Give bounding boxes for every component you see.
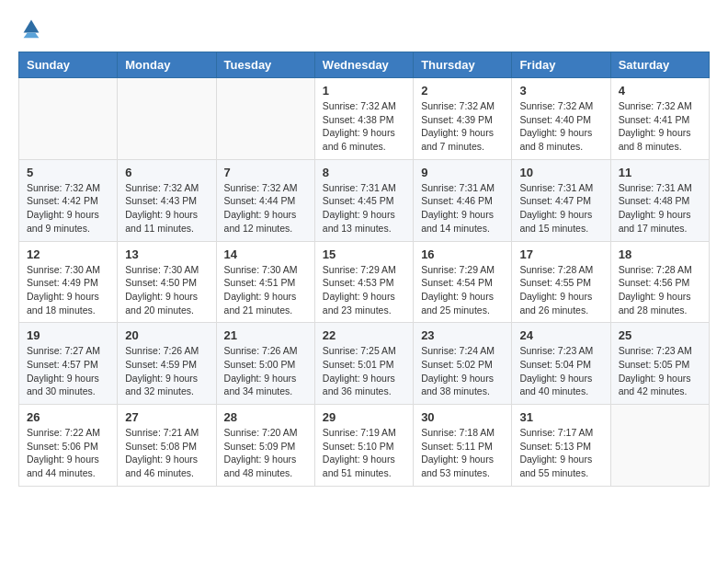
day-number-22: 22	[323, 328, 405, 342]
cell-content-24: Sunrise: 7:23 AM Sunset: 5:04 PM Dayligh…	[519, 344, 602, 398]
cell-content-20: Sunrise: 7:26 AM Sunset: 4:59 PM Dayligh…	[125, 344, 208, 398]
day-cell-23: 23Sunrise: 7:24 AM Sunset: 5:02 PM Dayli…	[414, 323, 512, 405]
weekday-header-row: SundayMondayTuesdayWednesdayThursdayFrid…	[19, 52, 710, 78]
svg-marker-1	[24, 33, 40, 39]
day-cell-30: 30Sunrise: 7:18 AM Sunset: 5:11 PM Dayli…	[414, 405, 512, 487]
day-cell-21: 21Sunrise: 7:26 AM Sunset: 5:00 PM Dayli…	[216, 323, 314, 405]
cell-content-21: Sunrise: 7:26 AM Sunset: 5:00 PM Dayligh…	[224, 344, 307, 398]
week-row-3: 12Sunrise: 7:30 AM Sunset: 4:49 PM Dayli…	[19, 241, 710, 323]
cell-content-6: Sunrise: 7:32 AM Sunset: 4:43 PM Dayligh…	[125, 181, 208, 236]
day-cell-15: 15Sunrise: 7:29 AM Sunset: 4:53 PM Dayli…	[314, 241, 413, 323]
day-cell-20: 20Sunrise: 7:26 AM Sunset: 4:59 PM Dayli…	[118, 323, 216, 405]
cell-content-19: Sunrise: 7:27 AM Sunset: 4:57 PM Dayligh…	[27, 344, 109, 398]
day-number-10: 10	[519, 166, 602, 179]
logo-icon	[18, 15, 44, 40]
cell-content-25: Sunrise: 7:23 AM Sunset: 5:05 PM Dayligh…	[619, 344, 701, 398]
day-cell-4: 4Sunrise: 7:32 AM Sunset: 4:41 PM Daylig…	[610, 78, 709, 160]
day-number-29: 29	[323, 410, 405, 424]
weekday-header-friday: Friday	[512, 52, 610, 78]
day-cell-22: 22Sunrise: 7:25 AM Sunset: 5:01 PM Dayli…	[314, 323, 413, 405]
weekday-header-monday: Monday	[118, 52, 216, 78]
page-header	[18, 15, 710, 40]
day-cell-7: 7Sunrise: 7:32 AM Sunset: 4:44 PM Daylig…	[216, 159, 314, 241]
day-number-20: 20	[125, 328, 208, 342]
weekday-header-thursday: Thursday	[414, 52, 512, 78]
day-number-21: 21	[224, 328, 307, 342]
day-number-5: 5	[27, 166, 109, 179]
day-cell-9: 9Sunrise: 7:31 AM Sunset: 4:46 PM Daylig…	[414, 159, 512, 241]
week-row-2: 5Sunrise: 7:32 AM Sunset: 4:42 PM Daylig…	[19, 159, 710, 241]
day-number-25: 25	[619, 328, 701, 342]
weekday-header-sunday: Sunday	[19, 52, 118, 78]
day-cell-5: 5Sunrise: 7:32 AM Sunset: 4:42 PM Daylig…	[19, 159, 118, 241]
day-cell-14: 14Sunrise: 7:30 AM Sunset: 4:51 PM Dayli…	[216, 241, 314, 323]
week-row-4: 19Sunrise: 7:27 AM Sunset: 4:57 PM Dayli…	[19, 323, 710, 405]
cell-content-13: Sunrise: 7:30 AM Sunset: 4:50 PM Dayligh…	[125, 263, 208, 317]
cell-content-5: Sunrise: 7:32 AM Sunset: 4:42 PM Dayligh…	[27, 181, 109, 236]
weekday-header-wednesday: Wednesday	[314, 52, 413, 78]
day-number-1: 1	[323, 84, 405, 98]
empty-cell	[118, 78, 216, 160]
day-number-9: 9	[421, 166, 504, 179]
cell-content-22: Sunrise: 7:25 AM Sunset: 5:01 PM Dayligh…	[323, 344, 405, 398]
week-row-5: 26Sunrise: 7:22 AM Sunset: 5:06 PM Dayli…	[19, 405, 710, 487]
day-number-12: 12	[27, 247, 109, 261]
day-cell-28: 28Sunrise: 7:20 AM Sunset: 5:09 PM Dayli…	[216, 405, 314, 487]
day-number-23: 23	[421, 328, 504, 342]
empty-cell	[216, 78, 314, 160]
day-number-17: 17	[519, 247, 602, 261]
day-number-8: 8	[323, 166, 405, 179]
cell-content-27: Sunrise: 7:21 AM Sunset: 5:08 PM Dayligh…	[125, 426, 208, 480]
cell-content-11: Sunrise: 7:31 AM Sunset: 4:48 PM Dayligh…	[619, 181, 701, 236]
day-cell-8: 8Sunrise: 7:31 AM Sunset: 4:45 PM Daylig…	[314, 159, 413, 241]
day-number-26: 26	[27, 410, 109, 424]
day-cell-2: 2Sunrise: 7:32 AM Sunset: 4:39 PM Daylig…	[414, 78, 512, 160]
day-number-14: 14	[224, 247, 307, 261]
cell-content-10: Sunrise: 7:31 AM Sunset: 4:47 PM Dayligh…	[519, 181, 602, 236]
day-number-27: 27	[125, 410, 208, 424]
day-number-3: 3	[519, 84, 602, 98]
day-number-7: 7	[224, 166, 307, 179]
week-row-1: 1Sunrise: 7:32 AM Sunset: 4:38 PM Daylig…	[19, 78, 710, 160]
day-cell-19: 19Sunrise: 7:27 AM Sunset: 4:57 PM Dayli…	[19, 323, 118, 405]
cell-content-23: Sunrise: 7:24 AM Sunset: 5:02 PM Dayligh…	[421, 344, 504, 398]
empty-cell	[610, 405, 709, 487]
day-cell-6: 6Sunrise: 7:32 AM Sunset: 4:43 PM Daylig…	[118, 159, 216, 241]
cell-content-9: Sunrise: 7:31 AM Sunset: 4:46 PM Dayligh…	[421, 181, 504, 236]
svg-marker-0	[24, 20, 40, 33]
cell-content-30: Sunrise: 7:18 AM Sunset: 5:11 PM Dayligh…	[421, 426, 504, 480]
logo	[18, 15, 48, 40]
empty-cell	[19, 78, 118, 160]
day-number-24: 24	[519, 328, 602, 342]
day-cell-26: 26Sunrise: 7:22 AM Sunset: 5:06 PM Dayli…	[19, 405, 118, 487]
cell-content-2: Sunrise: 7:32 AM Sunset: 4:39 PM Dayligh…	[421, 99, 504, 154]
day-number-30: 30	[421, 410, 504, 424]
day-cell-12: 12Sunrise: 7:30 AM Sunset: 4:49 PM Dayli…	[19, 241, 118, 323]
cell-content-28: Sunrise: 7:20 AM Sunset: 5:09 PM Dayligh…	[224, 426, 307, 480]
day-number-6: 6	[125, 166, 208, 179]
day-cell-17: 17Sunrise: 7:28 AM Sunset: 4:55 PM Dayli…	[512, 241, 610, 323]
day-cell-24: 24Sunrise: 7:23 AM Sunset: 5:04 PM Dayli…	[512, 323, 610, 405]
cell-content-26: Sunrise: 7:22 AM Sunset: 5:06 PM Dayligh…	[27, 426, 109, 480]
day-number-11: 11	[619, 166, 701, 179]
cell-content-12: Sunrise: 7:30 AM Sunset: 4:49 PM Dayligh…	[27, 263, 109, 317]
day-cell-16: 16Sunrise: 7:29 AM Sunset: 4:54 PM Dayli…	[414, 241, 512, 323]
weekday-header-tuesday: Tuesday	[216, 52, 314, 78]
day-number-13: 13	[125, 247, 208, 261]
calendar-table: SundayMondayTuesdayWednesdayThursdayFrid…	[18, 52, 710, 487]
day-cell-13: 13Sunrise: 7:30 AM Sunset: 4:50 PM Dayli…	[118, 241, 216, 323]
cell-content-15: Sunrise: 7:29 AM Sunset: 4:53 PM Dayligh…	[323, 263, 405, 317]
day-number-4: 4	[619, 84, 701, 98]
cell-content-8: Sunrise: 7:31 AM Sunset: 4:45 PM Dayligh…	[323, 181, 405, 236]
day-cell-3: 3Sunrise: 7:32 AM Sunset: 4:40 PM Daylig…	[512, 78, 610, 160]
cell-content-17: Sunrise: 7:28 AM Sunset: 4:55 PM Dayligh…	[519, 263, 602, 317]
day-cell-29: 29Sunrise: 7:19 AM Sunset: 5:10 PM Dayli…	[314, 405, 413, 487]
day-number-28: 28	[224, 410, 307, 424]
cell-content-16: Sunrise: 7:29 AM Sunset: 4:54 PM Dayligh…	[421, 263, 504, 317]
weekday-header-saturday: Saturday	[610, 52, 709, 78]
cell-content-29: Sunrise: 7:19 AM Sunset: 5:10 PM Dayligh…	[323, 426, 405, 480]
day-cell-11: 11Sunrise: 7:31 AM Sunset: 4:48 PM Dayli…	[610, 159, 709, 241]
cell-content-4: Sunrise: 7:32 AM Sunset: 4:41 PM Dayligh…	[619, 99, 701, 154]
cell-content-31: Sunrise: 7:17 AM Sunset: 5:13 PM Dayligh…	[519, 426, 602, 480]
day-cell-27: 27Sunrise: 7:21 AM Sunset: 5:08 PM Dayli…	[118, 405, 216, 487]
